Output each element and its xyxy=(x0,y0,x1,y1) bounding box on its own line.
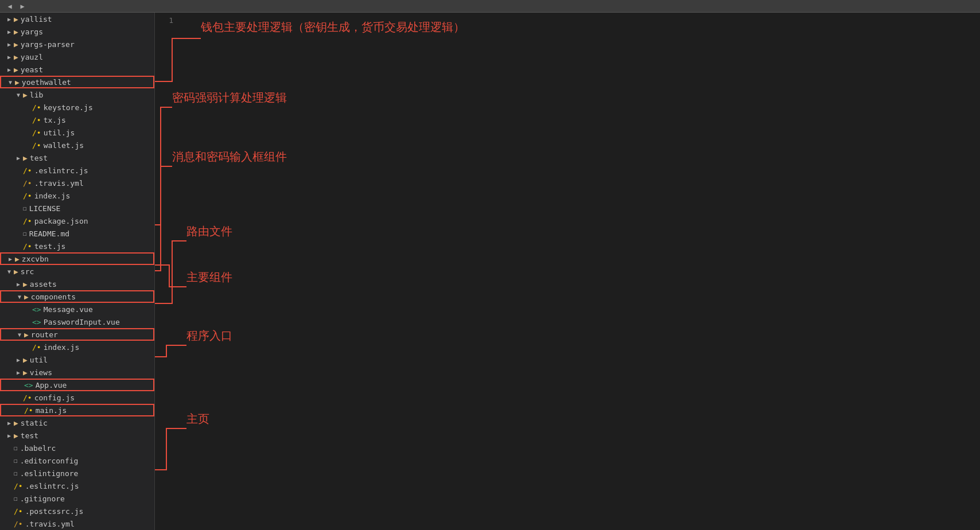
file-icon-.editorconfig: ☐ xyxy=(14,457,18,465)
tree-item-lib[interactable]: ▼▶ lib xyxy=(0,88,154,101)
tree-item-test[interactable]: ▶▶ test xyxy=(0,151,154,164)
folder-icon-zxcvbn: ▶ xyxy=(15,255,20,263)
folder-icon-test2: ▶ xyxy=(14,431,18,440)
tree-item-PasswordInput.vue[interactable]: <>PasswordInput.vue xyxy=(0,315,154,328)
tree-item-assets[interactable]: ▶▶ assets xyxy=(0,278,154,290)
tree-item-zxcvbn[interactable]: ▶▶ zxcvbn xyxy=(0,252,154,265)
tree-item-yargs-parser[interactable]: ▶▶ yargs-parser xyxy=(0,38,154,50)
file-icon-App.vue: <> xyxy=(24,381,33,389)
caret-yoethwallet[interactable]: ▼ xyxy=(6,79,15,85)
caret-yallist[interactable]: ▶ xyxy=(5,16,14,22)
tree-item-keystore.js[interactable]: /•keystore.js xyxy=(0,101,154,114)
annotation-text-1: 密码强弱计算处理逻辑 xyxy=(172,91,287,104)
tree-item-yeast[interactable]: ▶▶ yeast xyxy=(0,63,154,76)
tree-item-router-index.js[interactable]: /•index.js xyxy=(0,341,154,353)
item-label-src: src xyxy=(21,267,34,276)
caret-yargs[interactable]: ▶ xyxy=(5,29,14,35)
file-icon-.travis.yml2: /• xyxy=(14,520,23,528)
item-label-README.md: README.md xyxy=(29,229,69,238)
tree-item-.eslintignore[interactable]: ☐.eslintignore xyxy=(0,467,154,480)
item-label-App.vue: App.vue xyxy=(36,381,67,389)
file-icon-index.js: /• xyxy=(23,192,32,200)
tree-item-.gitignore[interactable]: ☐.gitignore xyxy=(0,492,154,505)
caret-test[interactable]: ▶ xyxy=(14,155,23,161)
tree-item-package.json[interactable]: /•package.json xyxy=(0,215,154,227)
file-tree-sidebar[interactable]: ▶▶ yallist▶▶ yargs▶▶ yargs-parser▶▶ yauz… xyxy=(0,13,155,530)
caret-static[interactable]: ▶ xyxy=(5,420,14,426)
file-icon-router-index.js: /• xyxy=(32,343,41,352)
tree-item-components[interactable]: ▼▶ components xyxy=(0,290,154,303)
tree-item-README.md[interactable]: ☐README.md xyxy=(0,227,154,240)
folder-icon-router: ▶ xyxy=(24,330,29,339)
tree-item-LICENSE[interactable]: ☐LICENSE xyxy=(0,202,154,215)
annotation-text-2: 消息和密码输入框组件 xyxy=(172,150,287,163)
annotation-text-3: 路由文件 xyxy=(186,225,232,237)
caret-lib[interactable]: ▼ xyxy=(14,92,23,98)
tree-item-.postcssrc.js[interactable]: /•.postcssrc.js xyxy=(0,505,154,517)
nav-right-arrow[interactable]: ▶ xyxy=(17,1,28,11)
tree-item-views[interactable]: ▶▶ views xyxy=(0,366,154,379)
file-icon-config.js: /• xyxy=(23,393,32,402)
folder-icon-lib: ▶ xyxy=(23,91,28,99)
tree-item-.eslintrc.js[interactable]: /•.eslintrc.js xyxy=(0,164,154,177)
folder-icon-yallist: ▶ xyxy=(14,15,18,24)
tree-item-config.js[interactable]: /•config.js xyxy=(0,391,154,404)
tree-item-util[interactable]: ▶▶ util xyxy=(0,353,154,366)
tree-item-wallet.js[interactable]: /•wallet.js xyxy=(0,139,154,151)
tree-item-src[interactable]: ▼▶ src xyxy=(0,265,154,278)
caret-components[interactable]: ▼ xyxy=(15,294,24,300)
tree-item-App.vue[interactable]: <>App.vue xyxy=(0,379,154,391)
folder-icon-components: ▶ xyxy=(24,293,29,301)
tree-item-.travis.yml2[interactable]: /•.travis.yml xyxy=(0,517,154,530)
tree-item-tx.js[interactable]: /•tx.js xyxy=(0,114,154,126)
item-label-.editorconfig: .editorconfig xyxy=(20,457,79,465)
item-label-LICENSE: LICENSE xyxy=(29,204,61,213)
tree-item-.travis.yml[interactable]: /•.travis.yml xyxy=(0,177,154,189)
caret-src[interactable]: ▼ xyxy=(5,268,14,275)
caret-yeast[interactable]: ▶ xyxy=(5,67,14,73)
annotation-text-4: 主要组件 xyxy=(186,271,232,283)
nav-arrows[interactable]: ◀ ▶ xyxy=(5,1,28,11)
tree-item-Message.vue[interactable]: <>Message.vue xyxy=(0,303,154,315)
file-icon-README.md: ☐ xyxy=(23,230,27,237)
file-icon-test.js: /• xyxy=(23,242,32,251)
file-icon-main.js: /• xyxy=(24,406,33,415)
tree-item-test.js[interactable]: /•test.js xyxy=(0,240,154,252)
caret-yauzl[interactable]: ▶ xyxy=(5,54,14,60)
caret-router[interactable]: ▼ xyxy=(15,332,24,338)
caret-test2[interactable]: ▶ xyxy=(5,432,14,439)
caret-views[interactable]: ▶ xyxy=(14,369,23,376)
tree-item-.eslintrc.js2[interactable]: /•.eslintrc.js xyxy=(0,480,154,492)
folder-icon-yeast: ▶ xyxy=(14,65,18,74)
item-label-wallet.js: wallet.js xyxy=(44,141,84,150)
item-label-.travis.yml: .travis.yml xyxy=(34,179,84,188)
tree-item-router[interactable]: ▼▶ router xyxy=(0,328,154,341)
tree-item-yargs[interactable]: ▶▶ yargs xyxy=(0,25,154,38)
folder-icon-yargs: ▶ xyxy=(14,28,18,36)
caret-util[interactable]: ▶ xyxy=(14,357,23,363)
nav-left-arrow[interactable]: ◀ xyxy=(5,1,15,11)
caret-yargs-parser[interactable]: ▶ xyxy=(5,41,14,48)
annotation-arrow-6 xyxy=(155,428,186,470)
caret-assets[interactable]: ▶ xyxy=(14,281,23,287)
file-icon-PasswordInput.vue: <> xyxy=(32,318,41,326)
tree-item-yoethwallet[interactable]: ▼▶ yoethwallet xyxy=(0,76,154,88)
tree-item-.editorconfig[interactable]: ☐.editorconfig xyxy=(0,454,154,467)
item-label-.postcssrc.js: .postcssrc.js xyxy=(25,507,84,516)
tree-item-static[interactable]: ▶▶ static xyxy=(0,416,154,429)
item-label-.travis.yml2: .travis.yml xyxy=(25,520,75,528)
item-label-yeast: yeast xyxy=(21,65,43,74)
tree-item-test2[interactable]: ▶▶ test xyxy=(0,429,154,442)
caret-zxcvbn[interactable]: ▶ xyxy=(6,256,15,262)
item-label-assets: assets xyxy=(30,280,57,289)
tree-item-yauzl[interactable]: ▶▶ yauzl xyxy=(0,50,154,63)
tree-item-main.js[interactable]: /•main.js xyxy=(0,404,154,416)
file-icon-package.json: /• xyxy=(23,217,32,225)
tree-item-.babelrc[interactable]: ☐.babelrc xyxy=(0,442,154,454)
tree-item-index.js[interactable]: /•index.js xyxy=(0,189,154,202)
folder-icon-yargs-parser: ▶ xyxy=(14,40,18,49)
tree-item-util.js[interactable]: /•util.js xyxy=(0,126,154,139)
item-label-yallist: yallist xyxy=(21,15,52,24)
tree-item-yallist[interactable]: ▶▶ yallist xyxy=(0,13,154,25)
annotation-arrow-0 xyxy=(155,38,201,81)
